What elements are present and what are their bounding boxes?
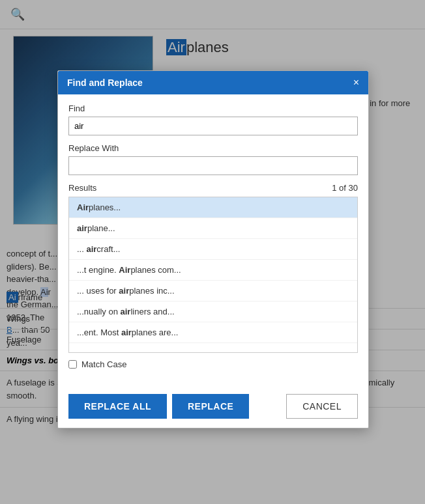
result-text-4: ... uses for airplanes inc... (77, 286, 175, 296)
results-count: 1 of 30 (332, 183, 358, 193)
modal-close-button[interactable]: × (353, 77, 359, 88)
replace-all-button[interactable]: REPLACE ALL (68, 394, 167, 419)
find-label: Find (68, 104, 358, 113)
result-item-2[interactable]: ... aircraft... (69, 239, 357, 260)
results-header: Results 1 of 30 (68, 183, 358, 193)
result-text-0: Airplanes... (77, 203, 121, 212)
modal-title: Find and Replace (67, 77, 143, 88)
result-text-2: ... aircraft... (77, 244, 120, 254)
replace-button[interactable]: REPLACE (172, 394, 249, 419)
result-bold-3: Air (119, 265, 130, 275)
result-text-3: ...t engine. Airplanes com... (77, 265, 181, 275)
replace-label: Replace With (68, 143, 358, 153)
result-bold-6: air (121, 328, 132, 337)
match-case-row: Match Case (68, 359, 358, 369)
result-text-1: airplane... (77, 223, 115, 233)
result-item-1[interactable]: airplane... (69, 218, 357, 239)
result-item-5[interactable]: ...nually on airliners and... (69, 301, 357, 322)
result-item-0[interactable]: Airplanes... (69, 197, 357, 218)
modal-header: Find and Replace × (58, 71, 368, 94)
result-bold-4: air (119, 286, 129, 296)
results-list[interactable]: Airplanes... airplane... ... aircraft...… (68, 197, 358, 353)
results-label: Results (68, 183, 96, 193)
match-case-label: Match Case (81, 359, 126, 369)
result-bold-5: air (121, 307, 131, 316)
result-item-6[interactable]: ...ent. Most airplanes are... (69, 322, 357, 343)
result-item-3[interactable]: ...t engine. Airplanes com... (69, 260, 357, 281)
cancel-button[interactable]: CANCEL (286, 394, 358, 419)
replace-input[interactable] (68, 156, 358, 175)
result-text-6: ...ent. Most airplanes are... (77, 328, 178, 337)
result-bold-1: air (77, 223, 87, 233)
modal-footer: REPLACE ALL REPLACE CANCEL (58, 387, 368, 428)
modal-body: Find Replace With Results 1 of 30 Airpla… (58, 94, 368, 387)
find-input[interactable] (68, 117, 358, 135)
find-replace-modal: Find and Replace × Find Replace With Res… (57, 70, 369, 428)
match-case-checkbox[interactable] (68, 360, 77, 369)
result-bold-0: Air (77, 203, 89, 212)
result-bold-2: air (86, 244, 96, 254)
result-text-5: ...nually on airliners and... (77, 307, 175, 316)
result-item-4[interactable]: ... uses for airplanes inc... (69, 281, 357, 301)
